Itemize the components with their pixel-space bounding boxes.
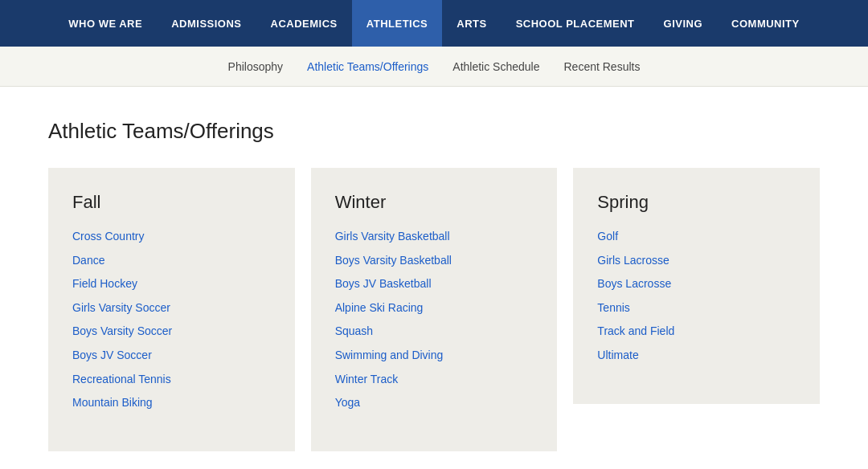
subnav-athletic-schedule[interactable]: Athletic Schedule — [452, 60, 539, 73]
list-item: Boys Lacrosse — [597, 276, 796, 292]
winter-track-link[interactable]: Winter Track — [335, 373, 399, 385]
tennis-link[interactable]: Tennis — [597, 301, 629, 314]
nav-school-placement[interactable]: SCHOOL PLACEMENT — [502, 0, 649, 47]
main-content: Athletic Teams/Offerings Fall Cross Coun… — [0, 87, 868, 469]
nav-athletics[interactable]: ATHLETICS — [352, 0, 442, 47]
list-item: Boys Varsity Basketball — [335, 253, 534, 269]
fall-card: Fall Cross Country Dance Field Hockey Gi… — [48, 168, 295, 451]
alpine-ski-racing-link[interactable]: Alpine Ski Racing — [335, 301, 424, 314]
list-item: Girls Varsity Basketball — [335, 229, 534, 245]
fall-list: Cross Country Dance Field Hockey Girls V… — [72, 229, 271, 411]
fall-title: Fall — [72, 192, 271, 213]
list-item: Swimming and Diving — [335, 348, 534, 364]
sub-nav: Philosophy Athletic Teams/Offerings Athl… — [0, 47, 868, 87]
winter-title: Winter — [335, 192, 534, 213]
list-item: Yoga — [335, 395, 534, 411]
spring-list: Golf Girls Lacrosse Boys Lacrosse Tennis… — [597, 229, 796, 364]
list-item: Boys Varsity Soccer — [72, 324, 271, 340]
list-item: Tennis — [597, 300, 796, 316]
spring-title: Spring — [597, 192, 796, 213]
mountain-biking-link[interactable]: Mountain Biking — [72, 396, 153, 409]
golf-link[interactable]: Golf — [597, 230, 618, 243]
girls-varsity-soccer-link[interactable]: Girls Varsity Soccer — [72, 301, 170, 314]
list-item: Golf — [597, 229, 796, 245]
squash-link[interactable]: Squash — [335, 324, 373, 337]
page-title: Athletic Teams/Offerings — [48, 119, 820, 144]
list-item: Boys JV Basketball — [335, 276, 534, 292]
nav-arts[interactable]: ARTS — [442, 0, 501, 47]
boys-jv-basketball-link[interactable]: Boys JV Basketball — [335, 277, 432, 290]
list-item: Field Hockey — [72, 276, 271, 292]
list-item: Track and Field — [597, 324, 796, 340]
subnav-recent-results[interactable]: Recent Results — [563, 60, 640, 73]
nav-community[interactable]: COMMUNITY — [717, 0, 814, 47]
boys-varsity-basketball-link[interactable]: Boys Varsity Basketball — [335, 254, 452, 267]
list-item: Mountain Biking — [72, 395, 271, 411]
list-item: Alpine Ski Racing — [335, 300, 534, 316]
ultimate-link[interactable]: Ultimate — [597, 349, 638, 361]
boys-jv-soccer-link[interactable]: Boys JV Soccer — [72, 349, 152, 361]
girls-varsity-basketball-link[interactable]: Girls Varsity Basketball — [335, 230, 450, 243]
dance-link[interactable]: Dance — [72, 254, 104, 267]
list-item: Girls Lacrosse — [597, 253, 796, 269]
nav-academics[interactable]: ACADEMICS — [256, 0, 352, 47]
nav-giving[interactable]: GIVING — [649, 0, 718, 47]
nav-admissions[interactable]: ADMISSIONS — [157, 0, 256, 47]
list-item: Winter Track — [335, 372, 534, 388]
list-item: Squash — [335, 324, 534, 340]
top-nav: WHO WE ARE ADMISSIONS ACADEMICS ATHLETIC… — [0, 0, 868, 47]
list-item: Boys JV Soccer — [72, 348, 271, 364]
list-item: Girls Varsity Soccer — [72, 300, 271, 316]
winter-list: Girls Varsity Basketball Boys Varsity Ba… — [335, 229, 534, 411]
field-hockey-link[interactable]: Field Hockey — [72, 277, 137, 290]
yoga-link[interactable]: Yoga — [335, 396, 360, 409]
recreational-tennis-link[interactable]: Recreational Tennis — [72, 373, 171, 385]
boys-lacrosse-link[interactable]: Boys Lacrosse — [597, 277, 671, 290]
subnav-athletic-teams[interactable]: Athletic Teams/Offerings — [307, 60, 428, 73]
subnav-philosophy[interactable]: Philosophy — [228, 60, 284, 73]
swimming-diving-link[interactable]: Swimming and Diving — [335, 349, 444, 361]
list-item: Dance — [72, 253, 271, 269]
winter-card: Winter Girls Varsity Basketball Boys Var… — [311, 168, 558, 451]
list-item: Recreational Tennis — [72, 372, 271, 388]
girls-lacrosse-link[interactable]: Girls Lacrosse — [597, 254, 669, 267]
boys-varsity-soccer-link[interactable]: Boys Varsity Soccer — [72, 324, 172, 337]
cards-grid: Fall Cross Country Dance Field Hockey Gi… — [48, 168, 820, 451]
list-item: Ultimate — [597, 348, 796, 364]
cross-country-link[interactable]: Cross Country — [72, 230, 144, 243]
list-item: Cross Country — [72, 229, 271, 245]
track-field-link[interactable]: Track and Field — [597, 324, 674, 337]
nav-who-we-are[interactable]: WHO WE ARE — [54, 0, 157, 47]
spring-card: Spring Golf Girls Lacrosse Boys Lacrosse… — [573, 168, 820, 404]
